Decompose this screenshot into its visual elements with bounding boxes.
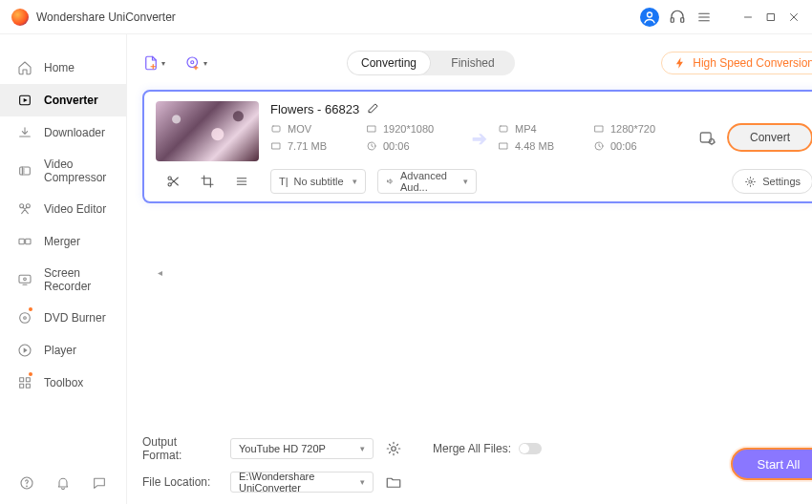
src-duration: 00:06 — [366, 140, 461, 152]
output-settings-icon[interactable] — [694, 125, 719, 150]
svg-rect-17 — [19, 275, 31, 283]
sidebar-item-label: Player — [44, 344, 76, 357]
high-speed-conversion-button[interactable]: High Speed Conversion — [661, 52, 812, 74]
svg-rect-23 — [20, 378, 24, 382]
sidebar-item-home[interactable]: Home — [0, 52, 126, 84]
sidebar-item-label: Video Editor — [44, 202, 106, 216]
svg-rect-32 — [368, 126, 375, 132]
sidebar-item-player[interactable]: Player — [0, 334, 126, 367]
sidebar-item-compressor[interactable]: Video Compressor — [0, 149, 126, 193]
sidebar-item-label: Home — [44, 61, 75, 74]
audio-dropdown[interactable]: Advanced Aud... ▾ — [377, 169, 477, 194]
status-tabs: Converting Finished — [347, 51, 515, 75]
sidebar-item-label: DVD Burner — [44, 311, 106, 325]
sidebar-collapse-button[interactable]: ◂ — [158, 267, 167, 279]
sidebar-item-label: Downloader — [44, 126, 105, 139]
file-location-dropdown[interactable]: E:\Wondershare UniConverter▾ — [230, 472, 374, 493]
start-all-button[interactable]: Start All — [731, 448, 812, 480]
sidebar-item-label: Screen Recorder — [44, 266, 109, 293]
sidebar-item-dvd[interactable]: DVD Burner — [0, 302, 126, 334]
svg-rect-1 — [671, 17, 673, 22]
account-avatar[interactable] — [640, 8, 659, 27]
svg-rect-15 — [19, 239, 24, 243]
file-name: Flowers - 66823 — [270, 102, 359, 116]
svg-rect-26 — [26, 384, 30, 388]
merge-label: Merge All Files: — [433, 442, 511, 455]
svg-point-20 — [24, 317, 27, 320]
file-location-label: File Location: — [142, 475, 219, 489]
menu-icon[interactable] — [695, 9, 713, 26]
tab-converting[interactable]: Converting — [347, 51, 431, 75]
maximize-button[interactable] — [764, 10, 778, 24]
svg-point-30 — [191, 61, 194, 64]
svg-marker-11 — [24, 98, 28, 102]
svg-point-28 — [27, 486, 28, 487]
sidebar-item-label: Video Compressor — [44, 158, 109, 184]
convert-button[interactable]: Convert — [727, 123, 812, 152]
svg-rect-16 — [26, 239, 31, 243]
svg-rect-2 — [681, 17, 684, 22]
app-logo — [11, 9, 29, 26]
file-card: Flowers - 66823 MOV 7.71 MB 1920*1080 00… — [142, 90, 812, 203]
video-thumbnail[interactable] — [156, 101, 259, 161]
subtitle-dropdown[interactable]: T| No subtitle ▾ — [270, 169, 366, 194]
svg-point-18 — [24, 278, 27, 281]
dst-format: MP4 — [498, 123, 593, 135]
crop-icon[interactable] — [200, 174, 215, 189]
high-speed-label: High Speed Conversion — [693, 56, 812, 70]
sidebar-item-label: Toolbox — [44, 376, 83, 389]
add-from-device-button[interactable]: ▾ — [184, 52, 207, 74]
more-icon[interactable] — [234, 174, 249, 189]
sidebar-item-editor[interactable]: Video Editor — [0, 193, 126, 225]
svg-point-19 — [20, 313, 31, 324]
output-format-settings-icon[interactable] — [385, 440, 402, 457]
headset-icon[interactable] — [669, 9, 686, 26]
titlebar: Wondershare UniConverter — [0, 0, 812, 34]
sidebar-item-label: Merger — [44, 235, 80, 248]
svg-marker-22 — [24, 347, 28, 352]
notification-dot — [29, 307, 32, 311]
svg-rect-31 — [272, 126, 280, 132]
sidebar-item-toolbox[interactable]: Toolbox — [0, 367, 126, 399]
rename-icon[interactable] — [367, 101, 380, 117]
main-panel: ▾ ▾ Converting Finished High Speed Conve… — [127, 34, 812, 504]
svg-rect-24 — [26, 378, 30, 382]
src-format: MOV — [270, 123, 366, 135]
sidebar-footer — [0, 462, 126, 504]
merge-toggle[interactable] — [519, 443, 542, 454]
settings-button[interactable]: Settings — [732, 169, 812, 194]
src-size: 7.71 MB — [270, 140, 366, 152]
svg-point-44 — [749, 179, 752, 182]
help-icon[interactable] — [19, 475, 34, 491]
dst-resolution: 1280*720 — [593, 123, 689, 135]
svg-rect-12 — [20, 167, 31, 175]
add-files-button[interactable]: ▾ — [142, 52, 165, 74]
output-format-dropdown[interactable]: YouTube HD 720P▾ — [230, 438, 374, 459]
arrow-icon — [467, 127, 492, 148]
open-folder-icon[interactable] — [385, 473, 402, 491]
minimize-button[interactable] — [741, 10, 755, 24]
output-format-label: Output Format: — [142, 435, 219, 462]
subtitle-icon: T| — [279, 176, 288, 187]
app-title: Wondershare UniConverter — [36, 10, 176, 24]
footer: Output Format: YouTube HD 720P▾ Merge Al… — [142, 426, 812, 493]
svg-rect-7 — [768, 13, 775, 20]
trim-icon[interactable] — [165, 174, 181, 189]
bell-icon[interactable] — [55, 475, 71, 491]
tab-finished[interactable]: Finished — [431, 51, 515, 75]
svg-point-45 — [392, 447, 396, 452]
dst-size: 4.48 MB — [498, 140, 593, 152]
notification-dot — [29, 372, 32, 376]
sidebar-item-converter[interactable]: Converter — [0, 84, 126, 116]
sidebar-item-recorder[interactable]: Screen Recorder — [0, 258, 126, 302]
svg-rect-34 — [500, 126, 507, 132]
svg-point-0 — [648, 12, 652, 17]
close-button[interactable] — [787, 10, 801, 24]
src-resolution: 1920*1080 — [366, 123, 461, 135]
thumb-tools — [156, 174, 259, 189]
svg-rect-35 — [595, 126, 603, 132]
sidebar-item-downloader[interactable]: Downloader — [0, 116, 126, 149]
svg-rect-25 — [20, 384, 24, 388]
sidebar-item-merger[interactable]: Merger — [0, 225, 126, 258]
feedback-icon[interactable] — [92, 475, 107, 491]
